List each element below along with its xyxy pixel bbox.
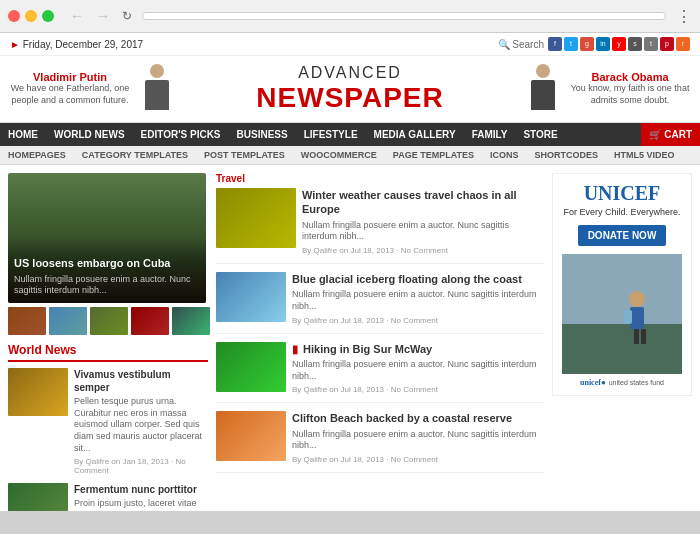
browser-menu-button[interactable]: ⋮ (676, 7, 692, 26)
wn-image-2[interactable] (8, 483, 68, 511)
pinterest-icon[interactable]: p (660, 37, 674, 51)
travel-text-2: Blue glacial iceberg floating along the … (292, 272, 544, 325)
middle-column: Travel Winter weather causes travel chao… (208, 173, 552, 511)
travel-title-2[interactable]: Blue glacial iceberg floating along the … (292, 272, 544, 286)
donate-button[interactable]: DONATE NOW (578, 225, 667, 246)
unicef-fund-label: united states fund (609, 379, 664, 386)
social-icon-5[interactable]: s (628, 37, 642, 51)
subnav-shortcodes[interactable]: SHORTCODES (527, 146, 607, 164)
site-header: Vladimir Putin We have one Fatherland, o… (0, 56, 700, 123)
day-label: ► (10, 39, 20, 50)
social-icon-6[interactable]: t (644, 37, 658, 51)
address-bar[interactable] (142, 12, 666, 20)
cart-button[interactable]: 🛒 CART (641, 123, 700, 146)
subnav-icons[interactable]: ICONS (482, 146, 527, 164)
subnav-post[interactable]: POST TEMPLATES (196, 146, 293, 164)
travel-title-4[interactable]: Clifton Beach backed by a coastal reserv… (292, 411, 544, 425)
svg-rect-4 (634, 329, 639, 344)
browser-chrome: ← → ↻ ⋮ (0, 0, 700, 33)
travel-item-3: ▮ Hiking in Big Sur McWay Nullam fringil… (216, 342, 544, 404)
travel-title-1[interactable]: Winter weather causes travel chaos in al… (302, 188, 544, 217)
head-shape (150, 64, 164, 78)
travel-title-3[interactable]: ▮ Hiking in Big Sur McWay (292, 342, 544, 356)
avatar-obama (524, 64, 562, 114)
minimize-dot[interactable] (25, 10, 37, 22)
nav-store[interactable]: STORE (515, 123, 565, 146)
refresh-button[interactable]: ↻ (118, 7, 136, 25)
thumb-5[interactable] (172, 307, 210, 335)
nav-business[interactable]: BUSINESS (229, 123, 296, 146)
subnav-page[interactable]: PAGE TEMPLATES (385, 146, 482, 164)
nav-media-gallery[interactable]: MEDIA GALLERY (366, 123, 464, 146)
nav-home[interactable]: HOME (0, 123, 46, 146)
travel-desc-4: Nullam fringilla posuere enim a auctor. … (292, 429, 544, 452)
person-left: Vladimir Putin We have one Fatherland, o… (10, 71, 130, 106)
sub-navigation: HOMEPAGES CATEGORY TEMPLATES POST TEMPLA… (0, 146, 700, 165)
svg-point-2 (629, 291, 645, 307)
travel-image-1[interactable] (216, 188, 296, 248)
wn-title-1[interactable]: Vivamus vestibulum semper (74, 368, 208, 394)
subnav-woo[interactable]: WOOCOMMERCE (293, 146, 385, 164)
body-shape (145, 80, 169, 110)
subnav-category[interactable]: CATEGORY TEMPLATES (74, 146, 196, 164)
nav-family[interactable]: FAMILY (464, 123, 516, 146)
svg-rect-3 (630, 307, 644, 329)
travel-meta-4: By Qalifre on Jul 18, 2013 · No Comment (292, 455, 544, 464)
search-social-bar: 🔍 Search f t g in y s t p r (498, 37, 690, 51)
nav-world-news[interactable]: WORLD NEWS (46, 123, 133, 146)
subnav-homepages[interactable]: HOMEPAGES (0, 146, 74, 164)
travel-image-4[interactable] (216, 411, 286, 461)
facebook-icon[interactable]: f (548, 37, 562, 51)
featured-title: US loosens embargo on Cuba (14, 256, 200, 270)
close-dot[interactable] (8, 10, 20, 22)
unicef-small-logo: unicef● (580, 378, 606, 387)
site-logo[interactable]: ADVANCED NEWSPAPER (237, 64, 464, 114)
featured-image[interactable]: US loosens embargo on Cuba Nullam fringi… (8, 173, 206, 303)
youtube-icon[interactable]: y (612, 37, 626, 51)
unicef-image (562, 254, 682, 374)
thumb-3[interactable] (90, 307, 128, 335)
nav-lifestyle[interactable]: LIFESTYLE (296, 123, 366, 146)
maximize-dot[interactable] (42, 10, 54, 22)
forward-button[interactable]: → (92, 6, 114, 26)
twitter-icon[interactable]: t (564, 37, 578, 51)
main-navigation: HOME WORLD NEWS EDITOR'S PICKS BUSINESS … (0, 123, 700, 146)
wn-title-2[interactable]: Fermentum nunc porttitor (74, 483, 208, 496)
travel-image-2[interactable] (216, 272, 286, 322)
travel-desc-2: Nullam fringilla posuere enim a auctor. … (292, 289, 544, 312)
thumb-4[interactable] (131, 307, 169, 335)
header-right: Barack Obama You know, my faith is one t… (463, 64, 690, 114)
subnav-html5[interactable]: HTML5 VIDEO (606, 146, 683, 164)
nav-editors-picks[interactable]: EDITOR'S PICKS (133, 123, 229, 146)
back-button[interactable]: ← (66, 6, 88, 26)
travel-section-label: Travel (216, 173, 544, 184)
wn-desc-1: Pellen tesque purus urna. Curabitur nec … (74, 396, 208, 454)
search-link[interactable]: 🔍 Search (498, 39, 544, 50)
browser-navigation: ← → ↻ (66, 6, 136, 26)
svg-rect-6 (624, 310, 632, 324)
header-left: Vladimir Putin We have one Fatherland, o… (10, 64, 237, 114)
thumb-1[interactable] (8, 307, 46, 335)
search-icon: 🔍 (498, 39, 510, 50)
window-controls (8, 10, 54, 22)
travel-item-1: Winter weather causes travel chaos in al… (216, 188, 544, 264)
wn-image-1[interactable] (8, 368, 68, 416)
travel-item-2: Blue glacial iceberg floating along the … (216, 272, 544, 334)
social-icons-group: f t g in y s t p r (548, 37, 690, 51)
unicef-photo (562, 254, 682, 374)
svg-rect-1 (562, 324, 682, 374)
date-display: ► Friday, December 29, 2017 (10, 39, 143, 50)
travel-text-4: Clifton Beach backed by a coastal reserv… (292, 411, 544, 464)
website-content: ► Friday, December 29, 2017 🔍 Search f t… (0, 33, 700, 511)
googleplus-icon[interactable]: g (580, 37, 594, 51)
wn-text-1: Vivamus vestibulum semper Pellen tesque … (74, 368, 208, 475)
world-news-item-2: Fermentum nunc porttitor Proin ipsum jus… (8, 483, 208, 511)
rss-icon[interactable]: r (676, 37, 690, 51)
top-bar: ► Friday, December 29, 2017 🔍 Search f t… (0, 33, 700, 56)
linkedin-icon[interactable]: in (596, 37, 610, 51)
featured-desc: Nullam fringilla posuere enim a auctor. … (14, 274, 200, 297)
travel-desc-1: Nullam fringilla posuere enim a auctor. … (302, 220, 544, 243)
travel-image-3[interactable] (216, 342, 286, 392)
person-right: Barack Obama You know, my faith is one t… (570, 71, 690, 106)
thumb-2[interactable] (49, 307, 87, 335)
